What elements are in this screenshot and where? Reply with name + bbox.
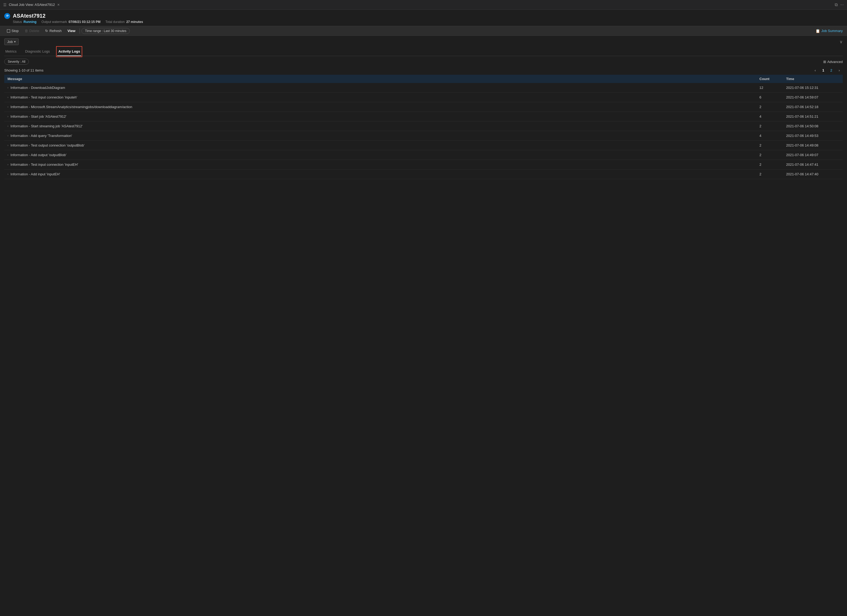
delete-label: Delete bbox=[30, 29, 40, 33]
delete-button[interactable]: 🗑 Delete bbox=[22, 28, 42, 34]
total-duration-label: Total duration bbox=[105, 20, 125, 24]
row-count: 2 bbox=[759, 124, 786, 128]
tabs-row: Metrics Diagnostic Logs Activity Logs bbox=[4, 47, 843, 56]
table-row[interactable]: › Information - Test input connection 'i… bbox=[4, 160, 843, 169]
row-expand-icon[interactable]: › bbox=[7, 134, 8, 137]
job-meta: Status Running Output watermark 07/06/21… bbox=[13, 20, 843, 24]
showing-text: Showing 1-10 of 11 items bbox=[4, 68, 44, 72]
row-time: 2021-07-06 14:49:07 bbox=[786, 153, 840, 157]
row-count: 2 bbox=[759, 105, 786, 109]
advanced-label: Advanced bbox=[827, 60, 843, 64]
row-time: 2021-07-06 14:47:40 bbox=[786, 172, 840, 176]
toolbar-separator bbox=[80, 28, 80, 34]
row-message-text: Information - Test input connection 'inp… bbox=[10, 162, 78, 167]
split-editor-icon[interactable]: ⧉ bbox=[835, 2, 838, 7]
page-1-button[interactable]: 1 bbox=[820, 67, 827, 74]
row-message-text: Information - Add query 'Transformation' bbox=[10, 134, 72, 138]
row-expand-icon[interactable]: › bbox=[7, 173, 8, 175]
stop-icon bbox=[7, 29, 10, 32]
row-count: 2 bbox=[759, 162, 786, 167]
view-button[interactable]: View bbox=[65, 28, 78, 34]
tab-metrics[interactable]: Metrics bbox=[4, 47, 18, 56]
job-summary-button[interactable]: 📋 Job Summary bbox=[816, 29, 843, 33]
job-summary-label: Job Summary bbox=[821, 29, 843, 33]
total-duration-value: 27 minutes bbox=[126, 20, 143, 24]
job-name: ASAtest7912 bbox=[13, 13, 46, 19]
row-count: 2 bbox=[759, 153, 786, 157]
table-row[interactable]: › Information - Start job 'ASAtest7912' … bbox=[4, 112, 843, 121]
tab-diagnostic-logs[interactable]: Diagnostic Logs bbox=[24, 47, 51, 56]
stop-label: Stop bbox=[12, 29, 19, 33]
row-expand-icon[interactable]: › bbox=[7, 144, 8, 147]
row-count: 4 bbox=[759, 115, 786, 118]
severity-filter-button[interactable]: Severity : All bbox=[4, 59, 29, 65]
filter-row: Job ▾ ∨ bbox=[4, 38, 843, 45]
more-options-icon[interactable]: ··· bbox=[840, 2, 844, 7]
row-time: 2021-07-06 14:51:21 bbox=[786, 115, 840, 118]
next-page-button[interactable]: › bbox=[836, 67, 843, 74]
page-2-button[interactable]: 2 bbox=[828, 67, 835, 74]
time-range-button[interactable]: Time range : Last 30 minutes bbox=[81, 28, 130, 34]
row-message-text: Information - Test output connection 'ou… bbox=[10, 143, 84, 147]
stop-button[interactable]: Stop bbox=[4, 28, 21, 34]
row-message-text: Information - Start streaming job 'ASAte… bbox=[10, 124, 83, 128]
severity-label: Severity : All bbox=[8, 60, 25, 63]
refresh-button[interactable]: ↻ Refresh bbox=[43, 28, 64, 34]
tab-title: Cloud Job View: ASAtest7912 bbox=[9, 3, 55, 7]
scope-dropdown[interactable]: Job ▾ bbox=[4, 38, 19, 45]
job-summary-icon: 📋 bbox=[816, 29, 820, 33]
scope-dropdown-label: Job bbox=[7, 40, 13, 44]
toolbar: Stop 🗑 Delete ↻ Refresh View Time range … bbox=[0, 26, 847, 36]
row-expand-icon[interactable]: › bbox=[7, 125, 8, 128]
table-row[interactable]: › Information - Start streaming job 'ASA… bbox=[4, 121, 843, 131]
row-expand-icon[interactable]: › bbox=[7, 86, 8, 89]
view-label: View bbox=[68, 29, 75, 33]
table-row[interactable]: › Information - Add input 'inputEH' 2 20… bbox=[4, 169, 843, 179]
table-row[interactable]: › Information - Add output 'outputBlob' … bbox=[4, 150, 843, 160]
row-expand-icon[interactable]: › bbox=[7, 105, 8, 108]
advanced-button[interactable]: ⊞ Advanced bbox=[823, 60, 843, 64]
row-time: 2021-07-06 14:52:18 bbox=[786, 105, 840, 109]
showing-row: Showing 1-10 of 11 items ‹ 1 2 › bbox=[4, 67, 843, 74]
table-header: Message Count Time bbox=[4, 75, 843, 83]
table-row[interactable]: › Information - DownloadJobDiagram 12 20… bbox=[4, 83, 843, 93]
row-expand-icon[interactable]: › bbox=[7, 163, 8, 166]
row-expand-icon[interactable]: › bbox=[7, 96, 8, 99]
col-message: Message bbox=[7, 77, 759, 81]
output-watermark-label: Output watermark bbox=[41, 20, 67, 24]
menu-icon[interactable]: ☰ bbox=[3, 3, 7, 7]
row-message-text: Information - DownloadJobDiagram bbox=[10, 85, 65, 90]
table-row[interactable]: › Information - Add query 'Transformatio… bbox=[4, 131, 843, 141]
table-row[interactable]: › Information - Microsoft.StreamAnalytic… bbox=[4, 102, 843, 112]
col-count: Count bbox=[759, 77, 786, 81]
advanced-icon: ⊞ bbox=[823, 60, 826, 64]
table-row[interactable]: › Information - Test input connection 'i… bbox=[4, 93, 843, 102]
refresh-icon: ↻ bbox=[45, 29, 48, 33]
row-count: 4 bbox=[759, 134, 786, 138]
refresh-label: Refresh bbox=[49, 29, 62, 33]
tab-activity-logs[interactable]: Activity Logs bbox=[57, 47, 81, 56]
row-count: 6 bbox=[759, 95, 786, 99]
severity-row: Severity : All ⊞ Advanced bbox=[4, 59, 843, 65]
prev-page-button[interactable]: ‹ bbox=[812, 67, 819, 74]
row-time: 2021-07-06 14:49:08 bbox=[786, 143, 840, 147]
row-message-text: Information - Start job 'ASAtest7912' bbox=[10, 115, 66, 118]
row-message-text: Information - Microsoft.StreamAnalytics/… bbox=[10, 105, 132, 109]
row-count: 2 bbox=[759, 172, 786, 176]
row-expand-icon[interactable]: › bbox=[7, 153, 8, 156]
table-row[interactable]: › Information - Test output connection '… bbox=[4, 141, 843, 150]
row-count: 2 bbox=[759, 143, 786, 147]
close-tab-button[interactable]: ✕ bbox=[57, 3, 60, 7]
time-range-label: Time range : Last 30 minutes bbox=[85, 29, 126, 33]
row-expand-icon[interactable]: › bbox=[7, 115, 8, 118]
row-count: 12 bbox=[759, 85, 786, 90]
row-message-text: Information - Add input 'inputEH' bbox=[10, 172, 60, 176]
collapse-icon[interactable]: ∨ bbox=[840, 39, 843, 44]
job-status-icon: ⟳ bbox=[4, 13, 10, 19]
row-time: 2021-07-06 14:47:41 bbox=[786, 162, 840, 167]
row-time: 2021-07-06 14:50:08 bbox=[786, 124, 840, 128]
status-value: Running bbox=[24, 20, 37, 24]
output-watermark-value: 07/06/21 03:12:15 PM bbox=[69, 20, 100, 24]
row-message-text: Information - Add output 'outputBlob' bbox=[10, 153, 66, 157]
content-area: Job ▾ ∨ Metrics Diagnostic Logs Activity… bbox=[0, 36, 847, 179]
